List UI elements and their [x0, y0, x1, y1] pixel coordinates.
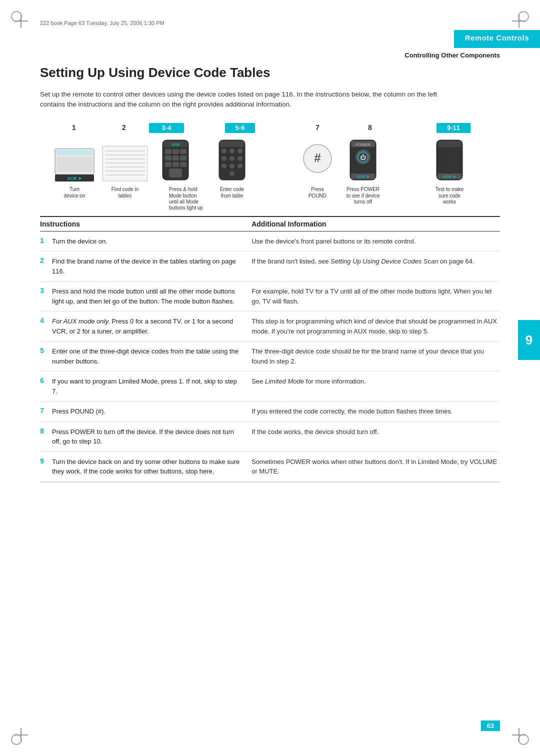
header-tab: Remote Controls [454, 30, 540, 48]
bottom-page-number: 63 [481, 720, 500, 731]
svg-text:VCR: VCR [172, 142, 180, 147]
svg-point-49 [222, 156, 226, 161]
svg-point-47 [230, 148, 234, 154]
section-subtitle: Controlling Other Components [404, 52, 500, 59]
step-num-3: 3 [40, 286, 48, 294]
section-number-badge: 9 [518, 320, 540, 360]
step-text-7: Press POUND (#). [52, 406, 106, 416]
table-row: 2 Find the brand name of the device in t… [40, 252, 500, 282]
step-left-8: 8 Press POWER to turn off the device. If… [40, 427, 252, 446]
step-additional-5: The three-digit device code should be fo… [252, 346, 500, 366]
svg-text:until all Mode: until all Mode [169, 199, 198, 204]
table-row: 9 Turn the device back on and try some o… [40, 452, 500, 482]
step-additional-8: If the code works, the device should tur… [252, 427, 500, 437]
svg-text:Press POWER: Press POWER [346, 186, 380, 192]
svg-text:Enter code: Enter code [220, 186, 244, 192]
svg-rect-35 [180, 156, 186, 160]
svg-text:9-11: 9-11 [447, 124, 460, 132]
svg-point-51 [238, 156, 242, 161]
svg-text:VCR ➤: VCR ➤ [443, 174, 456, 179]
step-additional-3: For example, hold TV for a TV until all … [252, 286, 500, 306]
step-text-4: For AUX mode only. Press 0 for a second … [52, 316, 242, 336]
svg-text:tables: tables [118, 193, 132, 198]
step-text-1: Turn the device on. [52, 236, 108, 246]
crosshair-br [512, 728, 526, 742]
svg-text:Turn: Turn [70, 186, 80, 192]
svg-text:POWER: POWER [356, 142, 370, 147]
step-num-5: 5 [40, 346, 48, 354]
svg-point-48 [238, 148, 242, 154]
svg-text:3-4: 3-4 [162, 124, 172, 132]
step-num-6: 6 [40, 376, 48, 384]
svg-text:VCR ➤: VCR ➤ [356, 174, 370, 179]
step-left-2: 2 Find the brand name of the device in t… [40, 256, 252, 276]
col1-header: Instructions [40, 220, 252, 228]
step-left-7: 7 Press POUND (#). [40, 406, 252, 416]
crosshair-tl [14, 14, 28, 28]
svg-text:works: works [442, 199, 456, 204]
step-left-9: 9 Turn the device back on and try some o… [40, 457, 252, 476]
svg-text:1: 1 [72, 124, 76, 132]
svg-text:device on: device on [64, 193, 86, 198]
table-row: 5 Enter one of the three-digit device co… [40, 342, 500, 372]
table-row: 1 Turn the device on. Use the device's f… [40, 232, 500, 252]
svg-rect-11 [56, 150, 92, 155]
svg-text:8: 8 [368, 124, 372, 132]
svg-rect-38 [180, 162, 186, 167]
svg-text:⏻: ⏻ [360, 154, 366, 161]
step-text-2: Find the brand name of the device in the… [52, 256, 242, 276]
step-left-1: 1 Turn the device on. [40, 236, 252, 246]
col2-header: Additional Information [252, 220, 500, 228]
step-left-4: 4 For AUX mode only. Press 0 for a secon… [40, 316, 252, 336]
svg-rect-30 [165, 149, 172, 154]
svg-text:buttons light up: buttons light up [169, 205, 203, 210]
svg-rect-31 [172, 149, 179, 154]
table-row: 8 Press POWER to turn off the device. If… [40, 422, 500, 452]
svg-rect-36 [165, 162, 172, 167]
table-row: 7 Press POUND (#). If you entered the co… [40, 402, 500, 422]
step-left-6: 6 If you want to program Limited Mode, p… [40, 376, 252, 396]
svg-point-55 [230, 171, 234, 176]
svg-point-50 [230, 156, 234, 161]
svg-text:sure code: sure code [438, 193, 460, 198]
svg-text:VCR ➤: VCR ➤ [67, 176, 82, 181]
step-text-8: Press POWER to turn off the device. If t… [52, 427, 242, 446]
page-meta: 222 book Page 63 Tuesday, July 25, 2006 … [40, 20, 164, 26]
svg-point-52 [222, 164, 226, 168]
svg-text:from table: from table [221, 193, 244, 198]
table-row: 6 If you want to program Limited Mode, p… [40, 372, 500, 402]
svg-text:Find code in: Find code in [112, 186, 138, 192]
step-num-4: 4 [40, 316, 48, 324]
instructions-table: Instructions Additional Information 1 Tu… [40, 216, 500, 482]
step-text-3: Press and hold the mode button until all… [52, 286, 242, 306]
svg-text:to see if device: to see if device [346, 193, 380, 198]
header-bar: Remote Controls [0, 30, 540, 48]
svg-text:7: 7 [316, 124, 320, 132]
svg-text:5-6: 5-6 [236, 124, 245, 132]
svg-rect-74 [438, 141, 462, 147]
page-title: Setting Up Using Device Code Tables [40, 65, 500, 80]
step-text-5: Enter one of the three-digit device code… [52, 346, 242, 366]
step-additional-1: Use the device's front panel buttons or … [252, 236, 500, 246]
svg-text:#: # [314, 151, 320, 164]
svg-text:Mode button: Mode button [169, 193, 197, 198]
step-num-1: 1 [40, 236, 48, 244]
main-content: Setting Up Using Device Code Tables Set … [40, 65, 500, 482]
svg-point-54 [238, 164, 242, 168]
svg-rect-34 [172, 156, 179, 160]
svg-rect-37 [172, 162, 179, 167]
svg-text:Press & hold: Press & hold [169, 186, 198, 192]
step-num-7: 7 [40, 406, 48, 414]
svg-text:POUND: POUND [308, 193, 326, 198]
table-header-row: Instructions Additional Information [40, 217, 500, 232]
diagram-svg: 1 2 3-4 5-6 7 8 9-11 VCR ➤ Turn device o [40, 121, 500, 216]
svg-rect-12 [56, 157, 92, 172]
step-additional-7: If you entered the code correctly, the m… [252, 406, 500, 416]
svg-text:Press: Press [311, 186, 324, 192]
svg-text:2: 2 [122, 124, 126, 132]
svg-rect-45 [220, 141, 244, 147]
step-additional-6: See Limited Mode for more information. [252, 376, 500, 386]
diagram-area: 1 2 3-4 5-6 7 8 9-11 VCR ➤ Turn device o [40, 121, 500, 216]
intro-text: Set up the remote to control other devic… [40, 90, 450, 110]
svg-rect-39 [169, 168, 182, 178]
